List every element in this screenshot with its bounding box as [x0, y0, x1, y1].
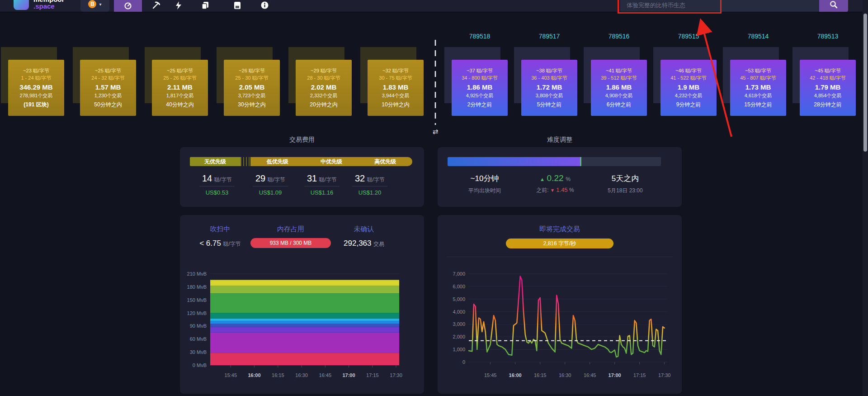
mempool-block-face[interactable]: ~23 聪/字节 1 - 24 聪/字节 346.29 MB 278,981个交… — [8, 60, 64, 116]
tab-dashboard[interactable] — [114, 0, 142, 12]
block-tx-count: 3,808个交易 — [536, 92, 563, 99]
fee-rate-unit: 聪/字节 — [214, 177, 232, 183]
y-axis-label: 180 MvB — [187, 284, 207, 290]
purging-title: 吹扫中 — [189, 225, 252, 234]
brand-wordmark[interactable]: mempool .space — [33, 0, 64, 10]
mined-block[interactable]: 789515 ~46 聪/字节 41 - 522 聪/字节 1.9 MB 4,2… — [653, 47, 717, 116]
block-size: 1.79 MB — [815, 83, 841, 91]
navbar: mempool .space B ▾ — [0, 0, 868, 12]
incoming-transactions-line-chart[interactable]: 01,0002,0003,0004,0005,0006,0007,00015:4… — [443, 265, 674, 387]
fee-value-medium: 31 聪/字节 US$1.16 — [295, 173, 349, 196]
mempool-block[interactable]: ~25 聪/字节 25 - 26 聪/字节 2.11 MB 1,817个交易 4… — [145, 47, 208, 116]
block-median-fee: ~53 聪/字节 — [745, 67, 771, 74]
y-axis-label: 150 MvB — [187, 297, 207, 303]
search-input[interactable] — [620, 0, 819, 12]
fee-band-9 — [210, 286, 399, 293]
block-size: 346.29 MB — [19, 83, 52, 91]
mined-block-face[interactable]: ~41 聪/字节 39 - 512 聪/字节 1.86 MB 4,908个交易 … — [591, 60, 647, 116]
mined-block-face[interactable]: ~38 聪/字节 36 - 403 聪/字节 1.72 MB 3,808个交易 … — [521, 60, 577, 116]
fee-usd: US$0.53 — [190, 189, 244, 196]
block-tx-count: 4,618个交易 — [745, 92, 772, 99]
tab-lightning[interactable] — [170, 0, 188, 12]
fee-band-4 — [210, 324, 399, 327]
mined-block-face[interactable]: ~46 聪/字节 41 - 522 聪/字节 1.9 MB 4,232个交易 9… — [660, 60, 717, 116]
y-axis-label: 90 MvB — [190, 323, 207, 329]
tab-docs[interactable] — [195, 0, 215, 12]
fee-usd: US$1.20 — [343, 189, 397, 196]
block-age: 9分钟之前 — [676, 101, 701, 109]
dashboard-gauge-icon — [124, 1, 132, 10]
mempool-block-face[interactable]: ~32 聪/字节 30 - 75 聪/字节 1.83 MB 3,944个交易 1… — [368, 60, 424, 116]
fee-rate: 31 — [307, 173, 317, 183]
unconfirmed-title: 未确认 — [332, 225, 396, 234]
block-size: 1.73 MB — [745, 83, 771, 91]
mined-block[interactable]: 789514 ~53 聪/字节 45 - 807 聪/字节 1.73 MB 4,… — [723, 47, 786, 116]
scrollbar-thumb[interactable] — [863, 14, 867, 152]
block-height-link[interactable]: 789516 — [591, 33, 647, 40]
x-axis-label: 15:45 — [484, 372, 497, 378]
x-axis-label: 16:30 — [559, 372, 571, 378]
fee-tier-bar[interactable]: 无优先级 低优先级 中优先级 高优先级 — [190, 157, 412, 166]
difficulty-progress-marker — [580, 157, 581, 166]
mempool-block-face[interactable]: ~25 聪/字节 24 - 32 聪/字节 1.57 MB 1,230个交易 5… — [80, 60, 136, 116]
currency-dropdown[interactable]: B ▾ — [80, 0, 109, 12]
block-height-link[interactable]: 789513 — [800, 33, 856, 40]
block-fee-range: 36 - 403 聪/字节 — [531, 75, 567, 81]
retarget-date: 5月18日 23:00 — [589, 187, 661, 195]
block-median-fee: ~37 聪/字节 — [467, 67, 493, 74]
block-size: 1.72 MB — [537, 83, 562, 91]
mempool-size-area-chart[interactable]: 0 MvB30 MvB60 MvB90 MvB120 MvB150 MvB180… — [185, 265, 416, 387]
mined-block-face[interactable]: ~45 聪/字节 42 - 418 聪/字节 1.79 MB 4,854个交易 … — [800, 60, 856, 116]
block-median-fee: ~46 聪/字节 — [675, 67, 702, 74]
y-axis-label: 0 — [462, 359, 465, 365]
block-fee-range: 25 - 30 聪/字节 — [235, 75, 268, 81]
mined-block[interactable]: 789517 ~38 聪/字节 36 - 403 聪/字节 1.72 MB 3,… — [514, 47, 577, 116]
difficulty-progress-bar[interactable] — [448, 157, 661, 166]
block-height-link[interactable]: 789517 — [521, 33, 577, 40]
search-button[interactable] — [819, 0, 848, 12]
difficulty-card-title: 难度调整 — [438, 136, 682, 144]
tab-about[interactable] — [255, 0, 274, 12]
block-height-link[interactable]: 789515 — [660, 33, 717, 40]
memory-title: 内存占用 — [250, 225, 331, 234]
mined-block[interactable]: 789516 ~41 聪/字节 39 - 512 聪/字节 1.86 MB 4,… — [584, 47, 647, 116]
mempool-block[interactable]: ~25 聪/字节 24 - 32 聪/字节 1.57 MB 1,230个交易 5… — [73, 47, 136, 116]
block-height-link[interactable]: 789518 — [452, 33, 508, 40]
mined-block[interactable]: 789513 ~45 聪/字节 42 - 418 聪/字节 1.79 MB 4,… — [793, 47, 856, 116]
block-age: 28分钟之前 — [814, 101, 841, 109]
mempool-block[interactable]: ~29 聪/字节 28 - 30 聪/字节 2.02 MB 2,332个交易 2… — [288, 47, 352, 116]
tab-api-book[interactable] — [227, 0, 247, 12]
block-tx-count: 4,908个交易 — [605, 92, 633, 99]
y-axis-label: 6,000 — [453, 284, 465, 289]
tab-mining[interactable] — [146, 0, 166, 12]
fee-band-10 — [210, 280, 399, 286]
block-median-fee: ~32 聪/字节 — [382, 67, 409, 74]
x-axis-label: 16:00 — [509, 372, 522, 378]
mempool-logo-icon[interactable] — [14, 0, 29, 10]
mined-block-face[interactable]: ~37 聪/字节 34 - 800 聪/字节 1.86 MB 4,925个交易 … — [452, 60, 508, 116]
x-axis-label: 17:00 — [342, 372, 355, 378]
block-tx-count: 1,230个交易 — [94, 92, 122, 99]
mempool-block-face[interactable]: ~25 聪/字节 25 - 26 聪/字节 2.11 MB 1,817个交易 4… — [152, 60, 208, 116]
previous-change-value: 1.45 — [556, 186, 567, 193]
search-icon — [830, 3, 838, 10]
avg-block-time-label: 平均出块时间 — [448, 187, 521, 195]
mempool-block[interactable]: ~26 聪/字节 25 - 30 聪/字节 2.05 MB 3,723个交易 3… — [217, 47, 280, 116]
mempool-block-face[interactable]: ~29 聪/字节 28 - 30 聪/字节 2.02 MB 2,332个交易 2… — [296, 60, 352, 116]
block-eta: 30分钟之内 — [238, 101, 265, 109]
purging-value: < 6.75 — [199, 239, 221, 248]
y-axis-label: 30 MvB — [190, 349, 207, 355]
fee-band-5 — [210, 321, 399, 324]
mempool-block[interactable]: ~23 聪/字节 1 - 24 聪/字节 346.29 MB 278,981个交… — [1, 47, 64, 116]
fee-tier-low: 低优先级 — [250, 157, 304, 166]
scrollbar-track[interactable] — [863, 0, 868, 396]
triangle-up-icon: ▲ — [540, 177, 545, 182]
block-median-fee: ~29 聪/字节 — [311, 67, 337, 74]
block-tx-count: 4,854个交易 — [814, 92, 842, 99]
mined-block-face[interactable]: ~53 聪/字节 45 - 807 聪/字节 1.73 MB 4,618个交易 … — [730, 60, 786, 116]
block-tx-count: 3,944个交易 — [382, 92, 410, 99]
block-height-link[interactable]: 789514 — [730, 33, 786, 40]
mempool-block[interactable]: ~32 聪/字节 30 - 75 聪/字节 1.83 MB 3,944个交易 1… — [360, 47, 424, 116]
mempool-block-face[interactable]: ~26 聪/字节 25 - 30 聪/字节 2.05 MB 3,723个交易 3… — [224, 60, 280, 116]
mined-block[interactable]: 789518 ~37 聪/字节 34 - 800 聪/字节 1.86 MB 4,… — [444, 47, 508, 116]
